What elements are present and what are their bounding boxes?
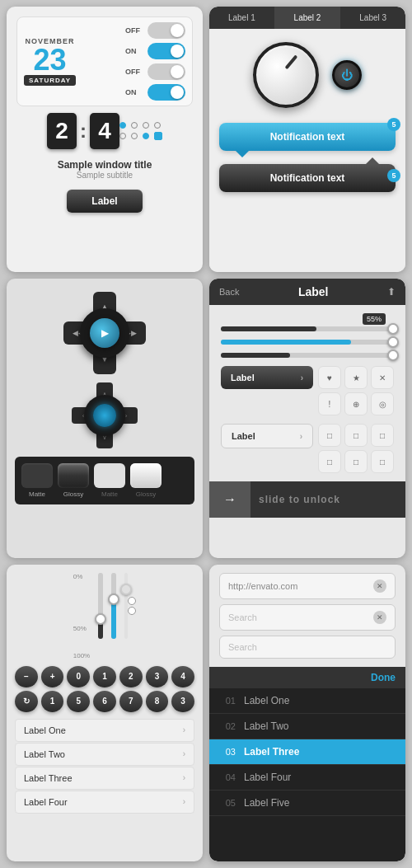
btn-matte-light[interactable]: [94, 463, 125, 488]
list-item-1[interactable]: Label One ›: [15, 719, 194, 742]
num-6[interactable]: 6: [93, 691, 116, 712]
label-btn-1-text: Label: [231, 373, 255, 382]
hslider-2-thumb[interactable]: [128, 607, 136, 615]
num-0a[interactable]: 0: [67, 666, 90, 687]
url-input[interactable]: http://envato.com ✕: [219, 573, 396, 599]
vslider-1-thumb[interactable]: [95, 613, 106, 625]
info-icon-btn[interactable]: !: [318, 392, 341, 415]
btn-glossy-dark[interactable]: [58, 463, 89, 488]
num-7[interactable]: 7: [119, 691, 143, 712]
btn-glossy-light[interactable]: [130, 463, 162, 488]
icon-btn-e[interactable]: □: [344, 450, 368, 473]
picker-num-2: 02: [219, 721, 236, 731]
icon-btn-c[interactable]: □: [371, 424, 394, 447]
picker-row-5[interactable]: 05 Label Five: [209, 791, 405, 816]
search-1-clear-btn[interactable]: ✕: [373, 611, 386, 624]
vslider-3-thumb[interactable]: [120, 584, 132, 595]
num-minus[interactable]: −: [15, 666, 38, 687]
radio-dot-7[interactable]: [143, 133, 149, 139]
toggle-group: OFF ON OFF ON: [125, 22, 185, 101]
search-icon-btn[interactable]: ⊕: [344, 392, 368, 415]
toggle-2[interactable]: [147, 43, 185, 59]
num-1[interactable]: 1: [93, 666, 116, 687]
toggle-row-1: OFF: [125, 22, 185, 39]
dpad-play[interactable]: ▶: [90, 318, 119, 348]
num-8[interactable]: 8: [146, 691, 169, 712]
slide-arrow[interactable]: →: [209, 481, 250, 518]
icon-btn-a[interactable]: □: [318, 424, 341, 447]
slider-2-thumb[interactable]: [387, 336, 399, 348]
label-btn-1[interactable]: Label ›: [221, 366, 313, 389]
label-btn-2[interactable]: Label ›: [221, 424, 313, 448]
power-button[interactable]: ⏻: [332, 60, 362, 90]
rotary-knob[interactable]: [253, 42, 319, 108]
location-icon-btn[interactable]: ◎: [371, 392, 394, 415]
radio-dot-2[interactable]: [131, 122, 138, 129]
star-icon-btn[interactable]: ★: [344, 366, 368, 389]
picker-row-3-selected[interactable]: 03 Label Three: [209, 739, 405, 765]
list-item-2[interactable]: Label Two ›: [15, 743, 194, 766]
toggle-1-thumb: [171, 24, 184, 37]
icon-btn-f[interactable]: □: [371, 450, 394, 473]
picker-text-3: Label Three: [244, 746, 299, 758]
vslider-3-track[interactable]: [124, 573, 128, 639]
slider-3-thumb[interactable]: [387, 350, 399, 361]
num-2[interactable]: 2: [119, 666, 143, 687]
picker-row-1[interactable]: 01 Label One: [209, 688, 405, 714]
num-4[interactable]: 4: [171, 666, 194, 687]
radio-dot-1[interactable]: [119, 122, 126, 129]
radio-dot-6[interactable]: [131, 133, 138, 139]
num-1b[interactable]: 1: [41, 691, 64, 712]
num-5[interactable]: 5: [67, 691, 90, 712]
tab-2[interactable]: Label 2: [275, 7, 341, 29]
label-buttons-row: Label › ♥ ★ ✕ ! ⊕ ◎: [221, 366, 394, 415]
picker-row-4[interactable]: 04 Label Four: [209, 765, 405, 791]
close-icon-btn[interactable]: ✕: [371, 366, 394, 389]
slide-to-unlock[interactable]: → slide to unlock: [209, 481, 405, 518]
vslider-1-track[interactable]: [98, 573, 103, 639]
sliders-area: 55%: [209, 305, 405, 481]
list-item-4[interactable]: Label Four ›: [15, 791, 194, 814]
heart-icon-btn[interactable]: ♥: [318, 366, 341, 389]
calendar-day: 23: [24, 45, 76, 75]
num-plus[interactable]: +: [41, 666, 64, 687]
url-clear-btn[interactable]: ✕: [373, 579, 386, 593]
calendar-date: NOVEMBER 23 SATURDAY: [24, 37, 76, 86]
flip-separator: :: [80, 120, 87, 143]
radio-dot-5[interactable]: [119, 133, 126, 139]
num-3a[interactable]: 3: [146, 666, 169, 687]
slider-1-track[interactable]: [221, 326, 394, 331]
slider-3-track[interactable]: [221, 353, 394, 358]
label-button[interactable]: Label: [67, 190, 142, 213]
vslider-2-track[interactable]: [111, 573, 116, 639]
picker-done-btn[interactable]: Done: [371, 672, 396, 683]
btn-matte-dark-item: Matte: [21, 463, 53, 498]
toggle-3[interactable]: [147, 63, 185, 80]
picker-row-2[interactable]: 02 Label Two: [209, 714, 405, 739]
panel-inputs-picker: http://envato.com ✕ Search ✕ Search Done…: [209, 565, 405, 861]
vslider-2-thumb[interactable]: [108, 594, 119, 605]
list-item-3[interactable]: Label Three ›: [15, 767, 194, 790]
radio-dot-4[interactable]: [154, 122, 161, 129]
checkbox-1[interactable]: [154, 132, 162, 140]
toggle-4[interactable]: [147, 84, 185, 101]
slider-2-track[interactable]: [221, 340, 394, 345]
hslider-1-thumb[interactable]: [128, 597, 136, 605]
search-input-1[interactable]: Search ✕: [219, 604, 396, 631]
tab-1[interactable]: Label 1: [209, 7, 275, 29]
toggle-1[interactable]: [147, 22, 185, 39]
btn-matte-light-label: Matte: [94, 490, 125, 498]
tab-3[interactable]: Label 3: [340, 7, 405, 29]
radio-dot-3[interactable]: [143, 122, 149, 129]
back-button[interactable]: Back: [219, 287, 239, 297]
num-3b[interactable]: 3: [171, 691, 194, 712]
icon-btn-b[interactable]: □: [344, 424, 368, 447]
vslider-3: [124, 573, 128, 639]
icon-btn-d[interactable]: □: [318, 450, 341, 473]
num-refresh[interactable]: ↻: [15, 691, 38, 712]
search-input-2[interactable]: Search: [219, 636, 396, 659]
share-icon[interactable]: ⬆: [387, 286, 396, 298]
search-1-placeholder: Search: [228, 612, 257, 622]
btn-matte-dark[interactable]: [21, 463, 53, 488]
slider-1-thumb[interactable]: [387, 323, 399, 335]
